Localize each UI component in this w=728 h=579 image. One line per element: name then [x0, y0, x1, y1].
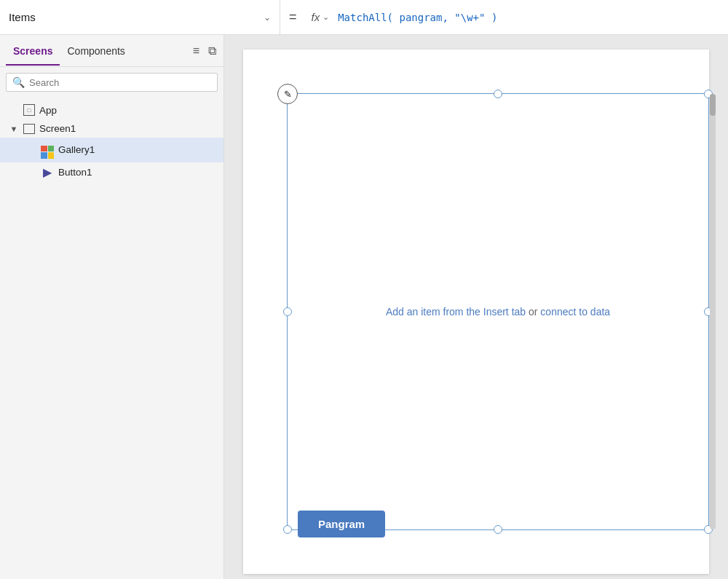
screen1-icon	[23, 124, 35, 134]
handle-top-center[interactable]	[494, 90, 502, 98]
gallery-scrollbar[interactable]	[710, 94, 716, 529]
canvas-area: ✎ Add an item from the Insert tab or con…	[224, 35, 728, 579]
dropdown-arrow-icon: ⌄	[264, 12, 271, 23]
formula-bar[interactable]: fx ⌄ MatchAll( pangram, "\w+" )	[306, 0, 728, 34]
gallery-placeholder-insert: Add an item from the Insert tab	[386, 306, 526, 318]
grid-view-icon[interactable]: ⧉	[207, 43, 218, 59]
gallery1-icon	[41, 141, 54, 159]
formula-text: MatchAll( pangram, "\w+" )	[338, 12, 497, 23]
gallery-placeholder-or: or	[526, 306, 540, 318]
tab-components[interactable]: Components	[60, 41, 132, 61]
app-icon: □	[23, 104, 35, 116]
button1-label: Button1	[58, 167, 92, 178]
gallery-placeholder: Add an item from the Insert tab or conne…	[386, 306, 610, 318]
tabs-row: Screens Components ≡ ⧉	[0, 35, 223, 67]
pangram-button[interactable]: Pangram	[298, 511, 385, 537]
handle-top-right[interactable]	[704, 90, 713, 98]
gallery-selection[interactable]: ✎ Add an item from the Insert tab or con…	[287, 93, 709, 530]
fx-chevron-icon: ⌄	[323, 12, 329, 22]
fx-icon: fx	[312, 11, 320, 23]
tab-screens[interactable]: Screens	[6, 41, 60, 61]
screen1-expand-icon: ▼	[9, 125, 19, 133]
canvas-page[interactable]: ✎ Add an item from the Insert tab or con…	[243, 50, 709, 574]
handle-middle-left[interactable]	[283, 307, 292, 316]
tree-item-gallery1[interactable]: Gallery1	[0, 138, 223, 162]
equals-sign: =	[280, 9, 306, 25]
tree-item-screen1[interactable]: ▼ Screen1	[0, 119, 223, 138]
tree-area: □ App ▼ Screen1 Gallery1	[0, 98, 223, 579]
tree-item-button1[interactable]: ▶ Button1	[0, 162, 223, 183]
screen1-label: Screen1	[39, 123, 76, 134]
gallery1-label: Gallery1	[58, 144, 95, 155]
search-input[interactable]	[29, 77, 211, 88]
tree-item-app[interactable]: □ App	[0, 101, 223, 119]
handle-middle-right[interactable]	[704, 307, 713, 316]
left-panel: Screens Components ≡ ⧉ 🔍 □ App	[0, 35, 224, 579]
button1-icon: ▶	[41, 166, 54, 179]
main-area: Screens Components ≡ ⧉ 🔍 □ App	[0, 35, 728, 579]
gallery-edit-button[interactable]: ✎	[277, 84, 298, 104]
app-label: App	[39, 105, 57, 116]
top-bar: Items ⌄ = fx ⌄ MatchAll( pangram, "\w+" …	[0, 0, 728, 35]
list-view-icon[interactable]: ≡	[191, 43, 201, 59]
search-box: 🔍	[6, 73, 218, 92]
handle-bottom-center[interactable]	[494, 525, 502, 534]
handle-bottom-right[interactable]	[704, 525, 713, 534]
property-dropdown[interactable]: Items ⌄	[0, 0, 280, 34]
gallery-scrollbar-thumb[interactable]	[710, 94, 716, 116]
tab-icons: ≡ ⧉	[191, 43, 218, 59]
search-icon: 🔍	[12, 76, 25, 88]
gallery-placeholder-connect: connect to data	[540, 306, 610, 318]
property-dropdown-label: Items	[9, 11, 36, 23]
handle-bottom-left[interactable]	[283, 525, 292, 534]
handle-top-left[interactable]	[283, 90, 292, 98]
